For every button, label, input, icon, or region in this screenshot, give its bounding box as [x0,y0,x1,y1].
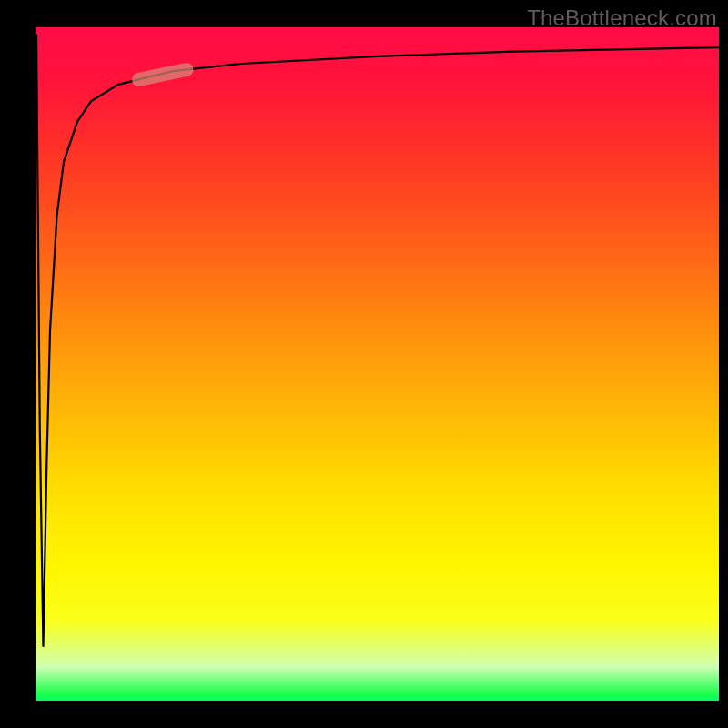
plot-area [36,27,719,701]
chart-svg [36,27,719,701]
chart-container: TheBottleneck.com [0,0,728,728]
bottleneck-curve [36,34,719,646]
highlight-segment [139,70,187,80]
